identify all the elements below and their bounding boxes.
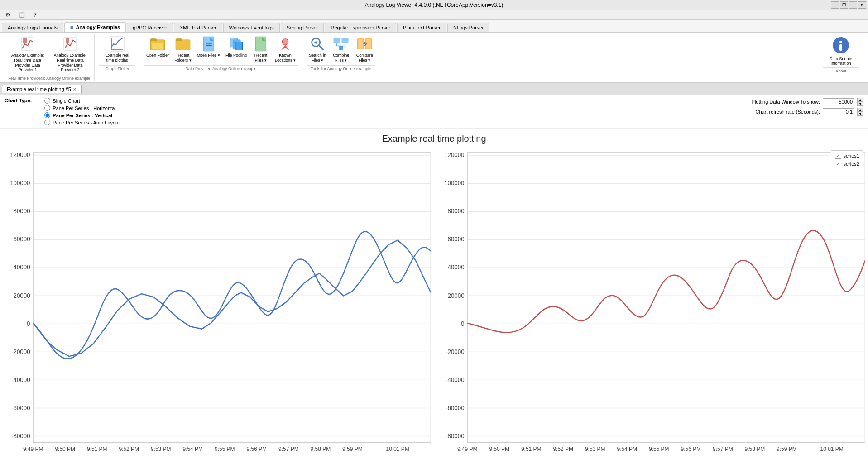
radio-pane-auto-label: Pane Per Series - Auto Layout (53, 120, 120, 125)
folder-open-icon (149, 36, 166, 52)
window-setting-input[interactable] (823, 98, 854, 105)
chart-line-icon (109, 36, 125, 52)
svg-text:10:01 PM: 10:01 PM (386, 446, 409, 452)
open-files-button[interactable]: Open Files ▾ (195, 34, 222, 59)
svg-text:9:59 PM: 9:59 PM (342, 446, 363, 452)
ribbon-group-tools-content: Search inFiles ▾ CombineFiles ▾ (307, 34, 375, 64)
svg-rect-24 (357, 39, 364, 49)
svg-text:-20000: -20000 (446, 348, 465, 355)
recent-folders-button[interactable]: RecentFolders ▾ (172, 34, 194, 64)
chart-type-row: Chart Type: Single Chart Pane Per Series… (0, 95, 868, 129)
example-real-time-button[interactable]: Example real time plotting (99, 34, 135, 64)
svg-text:9:53 PM: 9:53 PM (151, 446, 171, 452)
window-setting-row: Plotting Data Window To show: ▲ ▼ (752, 98, 863, 106)
compare-files-button[interactable]: CompareFiles ▾ (354, 34, 375, 64)
rt-provider-1-button[interactable]: Analogy Example: Real time Data Provider… (7, 34, 48, 74)
window-spinner-down[interactable]: ▼ (857, 102, 863, 106)
about-label: Data Source Information (823, 57, 859, 66)
recent-folders-label: RecentFolders ▾ (174, 53, 192, 63)
content-area: Chart Type: Single Chart Pane Per Series… (0, 95, 868, 464)
known-locations-button[interactable]: KnownLocations ▾ (273, 34, 298, 64)
about-button[interactable]: Data Source Information About (817, 34, 864, 75)
title-bar: Analogy Log Viewer 4.4.0.0 (.NETCoreApp,… (0, 0, 868, 10)
ribbon-group-real-time-content: Analogy Example: Real time Data Provider… (7, 34, 91, 74)
tab-analogy-logs-formats[interactable]: Analogy Logs Formats (2, 23, 63, 32)
restore-button[interactable]: ❐ (840, 1, 848, 9)
ribbon-group-data-provider-label: Data Provider: Analogy Online example (144, 65, 298, 71)
open-folder-button[interactable]: Open Folder (144, 34, 171, 59)
svg-text:9:56 PM: 9:56 PM (681, 446, 701, 452)
example-real-time-label: Example real time plotting (101, 53, 133, 63)
rt-provider-1-label: Analogy Example: Real time Data Provider… (10, 53, 46, 72)
tab-windows-event-logs-label: Windows Event logs (229, 25, 274, 30)
menu-item-view[interactable]: 📋 (15, 11, 29, 19)
legend-item-series2: ✓ series2 (835, 161, 859, 167)
legend-color-series2: ✓ (835, 161, 841, 167)
window-spinner-up[interactable]: ▲ (857, 98, 863, 102)
refresh-spinner-down[interactable]: ▼ (857, 112, 863, 116)
svg-text:9:54 PM: 9:54 PM (182, 446, 203, 452)
refresh-setting-input[interactable] (823, 108, 854, 115)
radio-pane-horizontal[interactable]: Pane Per Series - Horizontal (44, 105, 120, 111)
rt-provider-2-button[interactable]: Analogy Example: Real time Data Provider… (50, 34, 91, 74)
chart-red-icon (19, 36, 36, 52)
doc-tab-1-close[interactable]: ✕ (73, 87, 77, 92)
maximize-button[interactable]: □ (849, 1, 857, 9)
radio-pane-horizontal-label: Pane Per Series - Horizontal (53, 105, 115, 111)
svg-text:9:51 PM: 9:51 PM (521, 446, 542, 452)
chart-panel-1: 120000 100000 80000 60000 40000 20000 0 … (0, 146, 434, 464)
recent-files-label: RecentFiles ▾ (254, 53, 268, 63)
tab-xml-text-parser[interactable]: XML Text Parser (174, 23, 222, 32)
tab-nlogs-parser[interactable]: NLogs Parser (447, 23, 489, 32)
svg-rect-6 (150, 39, 157, 41)
doc-tab-1[interactable]: Example real time plotting #5 ✕ (2, 85, 82, 93)
recent-files-button[interactable]: RecentFiles ▾ (250, 34, 272, 64)
tab-serilog-parser[interactable]: Serilog Parser (281, 23, 324, 32)
tab-regex-parser[interactable]: Regular Expression Parser (325, 23, 396, 32)
tab-plain-text-parser[interactable]: Plain Text Parser (397, 23, 446, 32)
title-bar-title: Analogy Log Viewer 4.4.0.0 (.NETCoreApp,… (365, 2, 504, 8)
svg-text:100000: 100000 (444, 180, 465, 187)
tab-analogy-examples-label: Analogy Examples (76, 24, 120, 30)
radio-pane-vertical-input[interactable] (44, 112, 50, 118)
file-open-icon (201, 36, 217, 52)
search-in-files-button[interactable]: Search inFiles ▾ (307, 34, 328, 64)
legend-label-series1: series1 (844, 153, 859, 158)
refresh-spinner: ▲ ▼ (857, 108, 863, 116)
ribbon: Analogy Example: Real time Data Provider… (0, 33, 868, 83)
search-in-files-label: Search inFiles ▾ (309, 53, 326, 63)
radio-pane-auto[interactable]: Pane Per Series - Auto Layout (44, 120, 120, 125)
radio-pane-horizontal-input[interactable] (44, 105, 50, 111)
rt-provider-2-label: Analogy Example: Real time Data Provider… (52, 53, 88, 72)
chart-red2-icon (62, 36, 78, 52)
svg-text:9:53 PM: 9:53 PM (585, 446, 605, 452)
svg-text:-60000: -60000 (11, 405, 30, 411)
minimize-button[interactable]: ─ (831, 1, 839, 9)
open-folder-label: Open Folder (146, 53, 169, 58)
refresh-spinner-up[interactable]: ▲ (857, 108, 863, 112)
svg-text:-20000: -20000 (11, 348, 30, 355)
menu-item-settings[interactable]: ⚙ (2, 11, 14, 19)
radio-single-chart-input[interactable] (44, 98, 50, 104)
menu-item-help[interactable]: ? (30, 11, 40, 19)
svg-text:9:50 PM: 9:50 PM (55, 446, 75, 452)
open-files-label: Open Files ▾ (197, 53, 220, 58)
radio-pane-auto-input[interactable] (44, 120, 50, 125)
tab-analogy-examples[interactable]: ■ Analogy Examples (64, 22, 126, 32)
tab-plain-text-parser-label: Plain Text Parser (403, 25, 441, 30)
chart-options: Single Chart Pane Per Series - Horizonta… (44, 98, 120, 125)
svg-point-28 (839, 41, 842, 43)
info-icon (832, 36, 850, 56)
compare-files-label: CompareFiles ▾ (356, 53, 373, 63)
radio-pane-vertical[interactable]: Pane Per Series - Vertical (44, 112, 120, 118)
tab-windows-event-logs[interactable]: Windows Event logs (223, 23, 280, 32)
window-spinner: ▲ ▼ (857, 98, 863, 106)
tab-grpc-receiver[interactable]: gRPC Receiver (127, 23, 173, 32)
close-button[interactable]: ✕ (858, 1, 866, 9)
known-locations-label: KnownLocations ▾ (275, 53, 296, 63)
file-pooling-button[interactable]: File Pooling (223, 34, 249, 59)
legend-color-series1: ✓ (835, 153, 841, 159)
search-icon (309, 36, 326, 52)
combine-files-button[interactable]: CombineFiles ▾ (330, 34, 352, 64)
radio-single-chart[interactable]: Single Chart (44, 98, 120, 104)
